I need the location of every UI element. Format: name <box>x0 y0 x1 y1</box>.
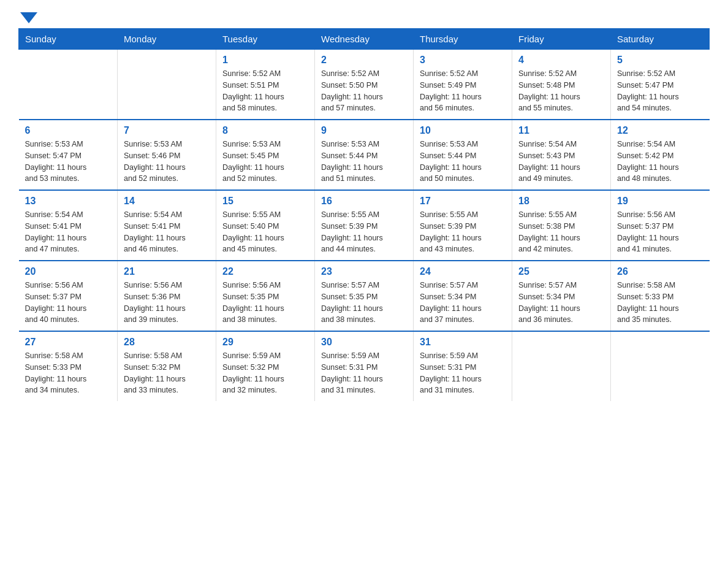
day-number: 2 <box>321 55 407 66</box>
day-number: 31 <box>420 337 506 348</box>
week-row-1: 1Sunrise: 5:52 AM Sunset: 5:51 PM Daylig… <box>19 50 710 120</box>
day-info: Sunrise: 5:57 AM Sunset: 5:34 PM Dayligh… <box>420 280 506 326</box>
calendar-cell: 28Sunrise: 5:58 AM Sunset: 5:32 PM Dayli… <box>118 331 216 401</box>
header-friday: Friday <box>512 29 611 50</box>
calendar-cell <box>118 50 216 120</box>
day-info: Sunrise: 5:53 AM Sunset: 5:44 PM Dayligh… <box>321 139 407 185</box>
day-number: 20 <box>25 266 112 277</box>
day-info: Sunrise: 5:53 AM Sunset: 5:47 PM Dayligh… <box>25 139 112 185</box>
calendar-cell: 9Sunrise: 5:53 AM Sunset: 5:44 PM Daylig… <box>315 120 414 190</box>
day-number: 10 <box>420 125 506 136</box>
day-info: Sunrise: 5:55 AM Sunset: 5:39 PM Dayligh… <box>420 209 506 255</box>
day-number: 6 <box>25 125 112 136</box>
calendar-header: SundayMondayTuesdayWednesdayThursdayFrid… <box>19 29 710 50</box>
header-sunday: Sunday <box>19 29 118 50</box>
day-number: 15 <box>222 196 308 207</box>
day-info: Sunrise: 5:53 AM Sunset: 5:46 PM Dayligh… <box>124 139 210 185</box>
day-number: 5 <box>617 55 703 66</box>
calendar-cell: 7Sunrise: 5:53 AM Sunset: 5:46 PM Daylig… <box>118 120 216 190</box>
day-number: 21 <box>124 266 210 277</box>
header-thursday: Thursday <box>414 29 512 50</box>
day-info: Sunrise: 5:54 AM Sunset: 5:43 PM Dayligh… <box>518 139 604 185</box>
day-info: Sunrise: 5:52 AM Sunset: 5:51 PM Dayligh… <box>222 68 308 114</box>
day-info: Sunrise: 5:56 AM Sunset: 5:35 PM Dayligh… <box>222 280 308 326</box>
calendar-cell: 8Sunrise: 5:53 AM Sunset: 5:45 PM Daylig… <box>216 120 315 190</box>
day-number: 12 <box>617 125 703 136</box>
calendar-cell: 16Sunrise: 5:55 AM Sunset: 5:39 PM Dayli… <box>315 190 414 261</box>
day-info: Sunrise: 5:54 AM Sunset: 5:41 PM Dayligh… <box>25 209 112 255</box>
day-info: Sunrise: 5:58 AM Sunset: 5:33 PM Dayligh… <box>617 280 703 326</box>
calendar-cell: 1Sunrise: 5:52 AM Sunset: 5:51 PM Daylig… <box>216 50 315 120</box>
day-number: 23 <box>321 266 407 277</box>
day-number: 11 <box>518 125 604 136</box>
day-number: 9 <box>321 125 407 136</box>
day-info: Sunrise: 5:53 AM Sunset: 5:45 PM Dayligh… <box>222 139 308 185</box>
week-row-5: 27Sunrise: 5:58 AM Sunset: 5:33 PM Dayli… <box>19 331 710 401</box>
calendar-cell: 10Sunrise: 5:53 AM Sunset: 5:44 PM Dayli… <box>414 120 512 190</box>
day-info: Sunrise: 5:59 AM Sunset: 5:32 PM Dayligh… <box>222 350 308 396</box>
calendar-cell: 14Sunrise: 5:54 AM Sunset: 5:41 PM Dayli… <box>118 190 216 261</box>
calendar-body: 1Sunrise: 5:52 AM Sunset: 5:51 PM Daylig… <box>19 50 710 402</box>
calendar-cell: 13Sunrise: 5:54 AM Sunset: 5:41 PM Dayli… <box>19 190 118 261</box>
week-row-4: 20Sunrise: 5:56 AM Sunset: 5:37 PM Dayli… <box>19 261 710 331</box>
calendar-cell: 21Sunrise: 5:56 AM Sunset: 5:36 PM Dayli… <box>118 261 216 331</box>
day-info: Sunrise: 5:59 AM Sunset: 5:31 PM Dayligh… <box>420 350 506 396</box>
calendar-cell: 20Sunrise: 5:56 AM Sunset: 5:37 PM Dayli… <box>19 261 118 331</box>
day-info: Sunrise: 5:56 AM Sunset: 5:37 PM Dayligh… <box>25 280 112 326</box>
day-number: 22 <box>222 266 308 277</box>
calendar-cell: 26Sunrise: 5:58 AM Sunset: 5:33 PM Dayli… <box>611 261 710 331</box>
calendar-cell: 25Sunrise: 5:57 AM Sunset: 5:34 PM Dayli… <box>512 261 611 331</box>
calendar-cell: 5Sunrise: 5:52 AM Sunset: 5:47 PM Daylig… <box>611 50 710 120</box>
logo-triangle-icon <box>20 12 37 23</box>
week-row-2: 6Sunrise: 5:53 AM Sunset: 5:47 PM Daylig… <box>19 120 710 190</box>
calendar-cell <box>512 331 611 401</box>
day-number: 1 <box>222 55 308 66</box>
day-info: Sunrise: 5:53 AM Sunset: 5:44 PM Dayligh… <box>420 139 506 185</box>
day-number: 24 <box>420 266 506 277</box>
header-wednesday: Wednesday <box>315 29 414 50</box>
calendar-cell: 22Sunrise: 5:56 AM Sunset: 5:35 PM Dayli… <box>216 261 315 331</box>
logo <box>18 12 37 22</box>
calendar-cell: 30Sunrise: 5:59 AM Sunset: 5:31 PM Dayli… <box>315 331 414 401</box>
day-info: Sunrise: 5:55 AM Sunset: 5:40 PM Dayligh… <box>222 209 308 255</box>
day-number: 29 <box>222 337 308 348</box>
day-number: 4 <box>518 55 604 66</box>
day-number: 17 <box>420 196 506 207</box>
calendar-cell: 3Sunrise: 5:52 AM Sunset: 5:49 PM Daylig… <box>414 50 512 120</box>
page-header <box>18 12 710 22</box>
day-number: 8 <box>222 125 308 136</box>
day-info: Sunrise: 5:52 AM Sunset: 5:47 PM Dayligh… <box>617 68 703 114</box>
day-info: Sunrise: 5:52 AM Sunset: 5:49 PM Dayligh… <box>420 68 506 114</box>
day-number: 28 <box>124 337 210 348</box>
calendar-cell: 29Sunrise: 5:59 AM Sunset: 5:32 PM Dayli… <box>216 331 315 401</box>
day-info: Sunrise: 5:52 AM Sunset: 5:48 PM Dayligh… <box>518 68 604 114</box>
day-info: Sunrise: 5:54 AM Sunset: 5:41 PM Dayligh… <box>124 209 210 255</box>
calendar-cell: 15Sunrise: 5:55 AM Sunset: 5:40 PM Dayli… <box>216 190 315 261</box>
day-number: 13 <box>25 196 112 207</box>
calendar-cell: 23Sunrise: 5:57 AM Sunset: 5:35 PM Dayli… <box>315 261 414 331</box>
calendar-cell <box>19 50 118 120</box>
day-info: Sunrise: 5:57 AM Sunset: 5:35 PM Dayligh… <box>321 280 407 326</box>
day-info: Sunrise: 5:56 AM Sunset: 5:36 PM Dayligh… <box>124 280 210 326</box>
day-info: Sunrise: 5:52 AM Sunset: 5:50 PM Dayligh… <box>321 68 407 114</box>
day-info: Sunrise: 5:59 AM Sunset: 5:31 PM Dayligh… <box>321 350 407 396</box>
day-info: Sunrise: 5:56 AM Sunset: 5:37 PM Dayligh… <box>617 209 703 255</box>
calendar-cell: 4Sunrise: 5:52 AM Sunset: 5:48 PM Daylig… <box>512 50 611 120</box>
day-number: 27 <box>25 337 112 348</box>
calendar-cell: 6Sunrise: 5:53 AM Sunset: 5:47 PM Daylig… <box>19 120 118 190</box>
calendar-cell: 31Sunrise: 5:59 AM Sunset: 5:31 PM Dayli… <box>414 331 512 401</box>
day-number: 3 <box>420 55 506 66</box>
calendar-cell: 11Sunrise: 5:54 AM Sunset: 5:43 PM Dayli… <box>512 120 611 190</box>
calendar-cell <box>611 331 710 401</box>
header-row: SundayMondayTuesdayWednesdayThursdayFrid… <box>19 29 710 50</box>
calendar-cell: 12Sunrise: 5:54 AM Sunset: 5:42 PM Dayli… <box>611 120 710 190</box>
day-number: 19 <box>617 196 703 207</box>
day-number: 18 <box>518 196 604 207</box>
day-info: Sunrise: 5:58 AM Sunset: 5:33 PM Dayligh… <box>25 350 112 396</box>
day-number: 16 <box>321 196 407 207</box>
calendar-cell: 2Sunrise: 5:52 AM Sunset: 5:50 PM Daylig… <box>315 50 414 120</box>
day-number: 25 <box>518 266 604 277</box>
day-number: 7 <box>124 125 210 136</box>
day-info: Sunrise: 5:58 AM Sunset: 5:32 PM Dayligh… <box>124 350 210 396</box>
day-info: Sunrise: 5:55 AM Sunset: 5:38 PM Dayligh… <box>518 209 604 255</box>
